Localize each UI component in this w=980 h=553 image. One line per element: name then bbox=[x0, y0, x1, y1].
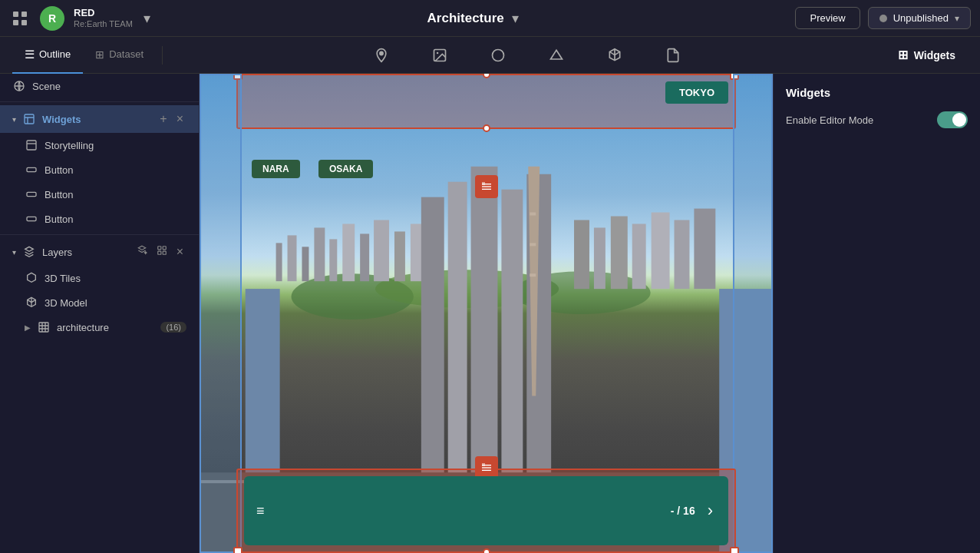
nara-button[interactable]: NARA bbox=[252, 160, 300, 178]
svg-rect-59 bbox=[482, 182, 485, 185]
tab-dataset[interactable]: ⊞ Dataset bbox=[83, 37, 156, 74]
user-info[interactable]: RED Re:Earth TEAM bbox=[74, 7, 133, 29]
user-name: RED bbox=[74, 7, 133, 19]
publish-label: Unpublished bbox=[893, 12, 949, 24]
svg-rect-14 bbox=[157, 247, 160, 250]
svg-rect-11 bbox=[27, 167, 36, 171]
architecture-label: architecture bbox=[57, 322, 154, 333]
chevron-right-icon: ▶ bbox=[25, 323, 31, 332]
preview-button[interactable]: Preview bbox=[795, 7, 860, 29]
sidebar-item-button2[interactable]: Button bbox=[0, 182, 199, 207]
widgets-sidebar-label: Widgets bbox=[42, 114, 150, 125]
svg-rect-2 bbox=[13, 20, 18, 25]
polygon-icon[interactable] bbox=[546, 45, 567, 66]
tokyo-button[interactable]: TOKYO bbox=[665, 81, 728, 104]
svg-rect-58 bbox=[482, 189, 491, 190]
svg-point-6 bbox=[437, 51, 439, 54]
right-panel: Widgets Enable Editor Mode bbox=[773, 74, 980, 553]
svg-rect-27 bbox=[329, 239, 337, 281]
grid-icon[interactable] bbox=[9, 8, 31, 29]
globe-icon bbox=[12, 79, 26, 93]
user-dropdown-button[interactable]: ▾ bbox=[144, 10, 150, 27]
model-icon bbox=[25, 296, 38, 310]
svg-rect-62 bbox=[482, 470, 491, 471]
svg-rect-1 bbox=[21, 12, 27, 17]
handle-bm[interactable] bbox=[483, 124, 490, 132]
toolbar-icons bbox=[169, 45, 886, 66]
image-icon[interactable] bbox=[429, 45, 450, 66]
svg-rect-0 bbox=[13, 12, 18, 17]
handle-bottom-br[interactable] bbox=[730, 547, 739, 553]
widgets-actions: + × bbox=[157, 111, 186, 127]
svg-rect-13 bbox=[27, 217, 36, 220]
editor-mode-row: Enable Editor Mode bbox=[786, 111, 968, 128]
sidebar-item-storytelling[interactable]: Storytelling bbox=[0, 133, 199, 157]
svg-rect-50 bbox=[530, 273, 536, 276]
svg-rect-3 bbox=[21, 20, 27, 25]
layers-actions: × bbox=[134, 243, 186, 260]
button3-label: Button bbox=[45, 214, 186, 225]
publish-button[interactable]: Unpublished ▾ bbox=[868, 7, 971, 29]
svg-rect-23 bbox=[276, 243, 282, 281]
svg-rect-37 bbox=[652, 213, 670, 290]
sidebar-item-layers[interactable]: ▾ Layers bbox=[0, 238, 199, 266]
svg-rect-34 bbox=[594, 227, 605, 289]
button2-label: Button bbox=[45, 189, 186, 200]
center-menu-icon[interactable] bbox=[475, 175, 498, 198]
story-list-icon: ≡ bbox=[256, 503, 265, 519]
circle-icon[interactable] bbox=[487, 45, 509, 66]
second-bar: ☰ Outline ⊞ Dataset bbox=[0, 37, 980, 74]
cube-icon[interactable] bbox=[604, 45, 625, 66]
svg-rect-63 bbox=[482, 463, 485, 466]
selection-right bbox=[733, 74, 773, 553]
layers-icon bbox=[22, 245, 36, 259]
svg-rect-9 bbox=[25, 114, 34, 124]
handle-bottom-bm[interactable] bbox=[483, 548, 490, 553]
svg-rect-15 bbox=[163, 247, 166, 250]
add-layer-button[interactable] bbox=[134, 243, 150, 260]
layout-icon bbox=[22, 112, 36, 126]
svg-rect-28 bbox=[342, 224, 355, 281]
handle-bottom-bl[interactable] bbox=[233, 547, 243, 553]
project-dropdown-button[interactable]: ▾ bbox=[512, 10, 519, 27]
svg-rect-16 bbox=[163, 251, 166, 254]
sidebar-item-architecture[interactable]: ▶ architecture (16) bbox=[0, 315, 199, 339]
sidebar-item-button1[interactable]: Button bbox=[0, 157, 199, 182]
divider-1 bbox=[0, 101, 199, 102]
sidebar-item-3d-model[interactable]: 3D Model bbox=[0, 290, 199, 315]
handle-tm[interactable] bbox=[483, 74, 490, 78]
delete-widget-button[interactable]: × bbox=[173, 111, 186, 127]
project-title: Architecture bbox=[427, 11, 504, 26]
publish-dot bbox=[879, 15, 887, 22]
svg-rect-35 bbox=[611, 217, 628, 290]
sidebar-item-button3[interactable]: Button bbox=[0, 207, 199, 231]
svg-point-7 bbox=[492, 49, 503, 61]
tab-divider bbox=[162, 46, 163, 65]
editor-mode-label: Enable Editor Mode bbox=[786, 114, 873, 126]
sidebar-item-3d-tiles[interactable]: 3D Tiles bbox=[0, 266, 199, 290]
svg-rect-39 bbox=[694, 209, 715, 290]
svg-rect-29 bbox=[360, 233, 369, 281]
location-icon[interactable] bbox=[371, 45, 392, 66]
model-label: 3D Model bbox=[45, 297, 186, 309]
sidebar-item-scene[interactable]: Scene bbox=[0, 74, 199, 98]
document-icon[interactable] bbox=[662, 45, 684, 66]
osaka-button[interactable]: OSAKA bbox=[318, 160, 373, 178]
selection-bottom: ≡ - / 16 › bbox=[236, 469, 736, 553]
group-layer-button[interactable] bbox=[153, 243, 170, 260]
sidebar-item-widgets[interactable]: ▾ Widgets + × bbox=[0, 105, 199, 133]
add-widget-button[interactable]: + bbox=[157, 111, 170, 127]
canvas-area[interactable]: TOKYO NARA OSAKA bbox=[200, 74, 773, 553]
widgets-tab[interactable]: ⊞ Widgets bbox=[886, 48, 968, 62]
tab-outline[interactable]: ☰ Outline bbox=[12, 37, 83, 74]
svg-rect-38 bbox=[675, 220, 690, 289]
layers-label: Layers bbox=[42, 247, 127, 258]
editor-mode-toggle[interactable] bbox=[937, 111, 968, 128]
svg-rect-49 bbox=[530, 243, 536, 246]
svg-rect-10 bbox=[27, 141, 36, 150]
selection-top: TOKYO NARA OSAKA bbox=[236, 74, 736, 129]
avatar[interactable]: R bbox=[40, 6, 64, 31]
story-next-button[interactable]: › bbox=[704, 501, 716, 521]
svg-rect-33 bbox=[574, 220, 589, 289]
delete-layer-button[interactable]: × bbox=[173, 243, 186, 260]
